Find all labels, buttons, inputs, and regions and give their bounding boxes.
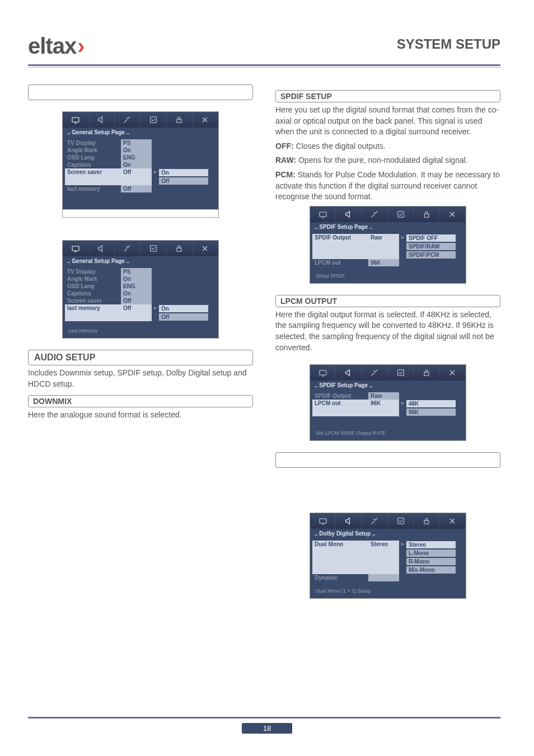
menu-item-last-memory[interactable]: last memoryOff <box>65 185 216 192</box>
submenu-spdif-off[interactable]: SPDIF OFF <box>406 234 456 242</box>
lock-icon[interactable] <box>166 241 192 256</box>
svg-rect-1 <box>150 117 156 123</box>
lpcm-text: Here the digital output format is select… <box>275 309 500 353</box>
menu-item-captions[interactable]: CaptionsOn <box>65 161 216 168</box>
menu-item-captions[interactable]: CaptionsOn <box>65 290 216 297</box>
tv-icon[interactable] <box>310 513 336 529</box>
header-rule-thin <box>28 67 500 68</box>
svg-rect-14 <box>424 520 429 524</box>
menu-item-screen-saver[interactable]: Screen saverOff <box>65 297 216 304</box>
check-icon[interactable] <box>388 513 414 529</box>
lock-icon[interactable] <box>414 365 439 381</box>
menu-item-osd-lang[interactable]: OSD LangENG <box>65 154 216 161</box>
audio-setup-text: Includes Downmix setup, SPDIF setup, Dol… <box>28 368 253 389</box>
speaker-icon[interactable] <box>88 112 114 128</box>
svg-rect-13 <box>397 518 404 524</box>
page-number: 18 <box>242 723 292 734</box>
osd-general-screensaver: .. General Setup Page .. TV DisplayPS An… <box>62 111 219 218</box>
menu-item-last-memory[interactable]: last memoryOff ▹ On Off <box>65 304 216 321</box>
check-icon[interactable] <box>388 365 414 381</box>
close-icon[interactable] <box>440 206 466 222</box>
menu-item-spdif-output[interactable]: SPDIF OutputRaw <box>312 392 463 400</box>
page-footer: 18 <box>0 717 534 734</box>
svg-rect-7 <box>397 211 404 217</box>
menu-item-dynamic[interactable]: Dynamic <box>312 574 463 581</box>
submenu-on[interactable]: On <box>158 304 209 313</box>
submenu-48k[interactable]: 48K <box>406 400 456 408</box>
submenu-mixmono[interactable]: Mix-Mono <box>406 566 456 574</box>
speaker-icon[interactable] <box>336 206 362 222</box>
empty-section-box <box>275 452 500 468</box>
menu-item-screen-saver[interactable]: Screen saverOff ▹ On Off <box>65 168 216 185</box>
submenu-96k[interactable]: 96K <box>406 408 456 416</box>
speaker-icon[interactable] <box>336 513 362 529</box>
osd-title: .. General Setup Page .. <box>63 256 218 266</box>
osd-spdif-output: .. SPDIF Setup Page .. SPDIF OutputRaw ▹… <box>310 206 466 284</box>
submenu: On Off <box>158 168 209 185</box>
check-icon[interactable] <box>388 206 414 222</box>
close-icon[interactable] <box>440 365 466 381</box>
submenu-spdif-pcm[interactable]: SPDIF/PCM <box>406 251 456 259</box>
menu-item-dual-mono[interactable]: Dual MonoStereo ▹ Stereo L-Mono R-Mono M… <box>312 541 463 574</box>
check-icon[interactable] <box>140 112 166 128</box>
empty-section-box <box>28 84 253 100</box>
osd-hint: Last Memory <box>65 326 101 336</box>
spdif-raw: RAW: Opens for the pure, non-modulated d… <box>275 155 500 166</box>
svg-rect-10 <box>397 370 404 376</box>
menu-item-lpcm-out[interactable]: LPCM out96K <box>312 259 463 266</box>
menu-item-tv-display[interactable]: TV DisplayPS <box>65 268 216 275</box>
menu-item-osd-lang[interactable]: OSD LangENG <box>65 283 216 290</box>
osd-hint: Setup SPDIF <box>312 271 349 281</box>
menu-item-angle-mark[interactable]: Angle MarkOn <box>65 275 216 283</box>
speaker-icon[interactable] <box>88 241 114 256</box>
menu-item-spdif-output[interactable]: SPDIF OutputRaw ▹ SPDIF OFF SPDIF/RAW SP… <box>312 234 463 259</box>
osd-lpcm-out: .. SPDIF Setup Page .. SPDIF OutputRaw L… <box>310 364 466 441</box>
osd-title: .. SPDIF Setup Page .. <box>310 381 466 390</box>
chevron-right-icon: ▹ <box>152 304 158 321</box>
lpcm-output-heading: LPCM OUTPUT <box>275 295 500 307</box>
submenu-stereo[interactable]: Stereo <box>406 541 456 549</box>
audio-setup-heading: AUDIO SETUP <box>28 350 253 365</box>
downmix-text: Here the analogue sound format is select… <box>28 410 253 421</box>
lock-icon[interactable] <box>166 112 192 128</box>
chevron-right-icon: ▹ <box>399 541 406 574</box>
osd-hint: Set LPCM SPDIF Output RATE <box>312 428 389 438</box>
tools-icon[interactable] <box>362 206 388 222</box>
svg-rect-11 <box>424 372 429 375</box>
osd-title: .. SPDIF Setup Page .. <box>310 222 466 232</box>
tv-icon[interactable] <box>63 112 88 128</box>
speaker-icon[interactable] <box>336 365 362 381</box>
chevron-right-icon: ▹ <box>399 400 406 416</box>
tools-icon[interactable] <box>362 513 388 529</box>
submenu-off[interactable]: Off <box>158 177 209 185</box>
menu-item-angle-mark[interactable]: Angle MarkOn <box>65 147 216 154</box>
tools-icon[interactable] <box>362 365 388 381</box>
osd-hint: Dual Mono (1 + 1) Setup <box>312 586 374 596</box>
close-icon[interactable] <box>193 241 218 256</box>
tv-icon[interactable] <box>310 365 336 381</box>
submenu-lmono[interactable]: L-Mono <box>406 549 456 557</box>
submenu-spdif-raw[interactable]: SPDIF/RAW <box>406 242 456 251</box>
spdif-intro: Here you set up the digital sound format… <box>275 105 500 138</box>
brand-accent-icon: › <box>77 34 84 58</box>
lock-icon[interactable] <box>414 513 439 529</box>
chevron-right-icon: ▹ <box>399 234 406 259</box>
tv-icon[interactable] <box>63 241 88 256</box>
check-icon[interactable] <box>140 241 166 256</box>
menu-item-tv-display[interactable]: TV DisplayPS <box>65 139 216 147</box>
osd-general-lastmemory: .. General Setup Page .. TV DisplayPS An… <box>62 240 219 339</box>
tools-icon[interactable] <box>115 112 140 128</box>
osd-tab-row <box>63 112 218 128</box>
submenu-rmono[interactable]: R-Mono <box>406 557 456 566</box>
svg-rect-4 <box>150 246 156 252</box>
tools-icon[interactable] <box>115 241 140 256</box>
svg-rect-9 <box>320 370 326 375</box>
submenu-on[interactable]: On <box>158 168 209 177</box>
close-icon[interactable] <box>440 513 466 529</box>
menu-item-lpcm-out[interactable]: LPCM out96K ▹ 48K 96K <box>312 400 463 416</box>
svg-rect-8 <box>424 214 429 217</box>
submenu-off[interactable]: Off <box>158 313 209 321</box>
tv-icon[interactable] <box>310 206 336 222</box>
close-icon[interactable] <box>193 112 218 128</box>
lock-icon[interactable] <box>414 206 439 222</box>
